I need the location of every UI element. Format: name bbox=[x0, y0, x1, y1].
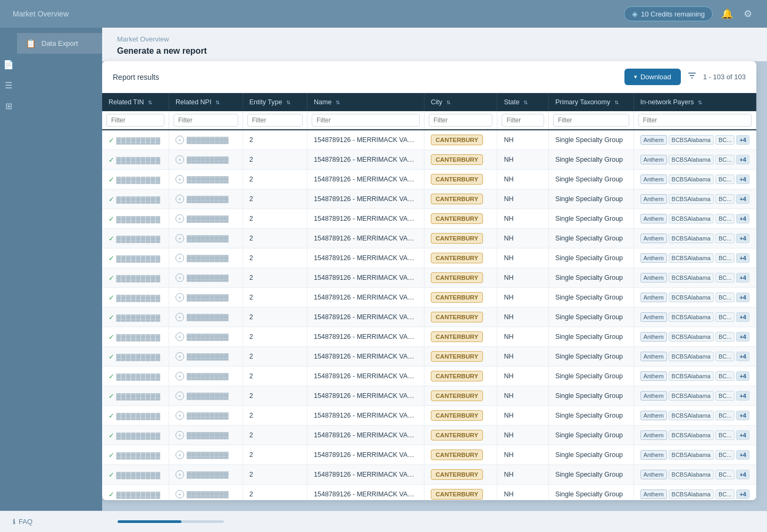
filter-npi[interactable] bbox=[173, 114, 238, 127]
sidebar-file-icon[interactable]: 📄 bbox=[3, 60, 14, 70]
payer-count-tag[interactable]: +4 bbox=[736, 234, 749, 243]
payer-count-tag[interactable]: +4 bbox=[736, 430, 749, 440]
npi-plus-icon[interactable]: + bbox=[176, 293, 184, 302]
col-city[interactable]: City ⇅ bbox=[424, 93, 497, 111]
npi-plus-icon[interactable]: + bbox=[176, 392, 184, 400]
npi-plus-icon[interactable]: + bbox=[176, 411, 184, 420]
payer-count-tag[interactable]: +4 bbox=[736, 293, 749, 302]
col-payers[interactable]: In-network Payers ⇅ bbox=[633, 93, 756, 111]
settings-button[interactable]: ⚙ bbox=[741, 6, 754, 22]
npi-plus-icon[interactable]: + bbox=[176, 451, 184, 459]
cell-state: NH bbox=[497, 485, 548, 501]
col-taxonomy[interactable]: Primary Taxonomy ⇅ bbox=[548, 93, 633, 111]
payer-count-tag[interactable]: +4 bbox=[736, 135, 749, 145]
sidebar-item-data-export[interactable]: 📋 Data Export bbox=[17, 33, 102, 54]
npi-plus-icon[interactable]: + bbox=[176, 214, 184, 223]
pagination-info: 1 - 103 of 103 bbox=[703, 73, 746, 81]
cell-tin: ✓ ▓▓▓▓▓▓▓▓▓ bbox=[102, 465, 169, 485]
payer-count-tag[interactable]: +4 bbox=[736, 253, 749, 263]
cell-npi: +▓▓▓▓▓▓▓▓▓ bbox=[169, 189, 243, 209]
col-related-tin[interactable]: Related TIN ⇅ bbox=[102, 93, 169, 111]
filter-name[interactable] bbox=[312, 114, 420, 127]
cell-taxonomy: Single Specialty Group bbox=[548, 445, 633, 465]
npi-plus-icon[interactable]: + bbox=[176, 470, 184, 479]
payer-tag: BC... bbox=[715, 214, 735, 223]
npi-plus-icon[interactable]: + bbox=[176, 136, 184, 144]
payer-count-tag[interactable]: +4 bbox=[736, 194, 749, 204]
npi-plus-icon[interactable]: + bbox=[176, 490, 184, 498]
npi-plus-icon[interactable]: + bbox=[176, 372, 184, 380]
filter-icon-button[interactable] bbox=[687, 71, 697, 83]
cell-name: 1548789126 - MERRIMACK VALLE... bbox=[307, 307, 424, 327]
col-entity-type[interactable]: Entity Type ⇅ bbox=[243, 93, 307, 111]
cell-npi: +▓▓▓▓▓▓▓▓▓ bbox=[169, 288, 243, 307]
filter-city[interactable] bbox=[429, 114, 493, 127]
credits-badge[interactable]: ◈ 10 Credits remaining bbox=[624, 6, 713, 21]
table-row: ✓ ▓▓▓▓▓▓▓▓▓+▓▓▓▓▓▓▓▓▓21548789126 - MERRI… bbox=[102, 386, 756, 406]
payer-count-tag[interactable]: +4 bbox=[736, 312, 749, 322]
payer-count-tag[interactable]: +4 bbox=[736, 371, 749, 381]
payer-count-tag[interactable]: +4 bbox=[736, 391, 749, 401]
npi-plus-icon[interactable]: + bbox=[176, 352, 184, 361]
cell-payers: AnthemBCBSAlabamaBC...+4 bbox=[633, 465, 756, 485]
npi-plus-icon[interactable]: + bbox=[176, 254, 184, 262]
filter-payers[interactable] bbox=[638, 114, 752, 127]
payer-tag: Anthem bbox=[640, 273, 667, 282]
payer-count-tag[interactable]: +4 bbox=[736, 214, 749, 223]
cell-state: NH bbox=[497, 426, 548, 445]
bell-button[interactable]: 🔔 bbox=[719, 6, 735, 22]
npi-plus-icon[interactable]: + bbox=[176, 332, 184, 341]
payer-tag: BC... bbox=[715, 312, 735, 322]
col-name[interactable]: Name ⇅ bbox=[307, 93, 424, 111]
payer-count-tag[interactable]: +4 bbox=[736, 450, 749, 460]
filter-state[interactable] bbox=[502, 114, 544, 127]
payer-tag: BCBSAlabama bbox=[669, 234, 714, 243]
progress-bar-area bbox=[118, 520, 754, 523]
cell-taxonomy: Single Specialty Group bbox=[548, 307, 633, 327]
npi-value: ▓▓▓▓▓▓▓▓▓ bbox=[187, 412, 229, 419]
npi-plus-icon[interactable]: + bbox=[176, 195, 184, 203]
table-row: ✓ ▓▓▓▓▓▓▓▓▓+▓▓▓▓▓▓▓▓▓21548789126 - MERRI… bbox=[102, 307, 756, 327]
payer-tag: Anthem bbox=[640, 430, 667, 440]
cell-name: 1548789126 - MERRIMACK VALLE... bbox=[307, 386, 424, 406]
payer-count-tag[interactable]: +4 bbox=[736, 155, 749, 164]
cell-tin: ✓ ▓▓▓▓▓▓▓▓▓ bbox=[102, 307, 169, 327]
filter-entity[interactable] bbox=[247, 114, 303, 127]
table-wrapper[interactable]: Related TIN ⇅ Related NPI ⇅ Entity Type … bbox=[102, 93, 756, 500]
col-related-npi[interactable]: Related NPI ⇅ bbox=[169, 93, 243, 111]
table-row: ✓ ▓▓▓▓▓▓▓▓▓+▓▓▓▓▓▓▓▓▓21548789126 - MERRI… bbox=[102, 445, 756, 465]
payer-count-tag[interactable]: +4 bbox=[736, 352, 749, 361]
faq-link[interactable]: ℹ FAQ bbox=[13, 518, 32, 526]
download-button[interactable]: ▾ Download bbox=[624, 69, 681, 85]
payer-tag: Anthem bbox=[640, 470, 667, 479]
check-icon: ✓ bbox=[109, 431, 114, 439]
cell-payers: AnthemBCBSAlabamaBC...+4 bbox=[633, 386, 756, 406]
npi-plus-icon[interactable]: + bbox=[176, 313, 184, 321]
payer-count-tag[interactable]: +4 bbox=[736, 489, 749, 499]
npi-plus-icon[interactable]: + bbox=[176, 273, 184, 282]
col-state[interactable]: State ⇅ bbox=[497, 93, 548, 111]
city-badge: CANTERBURY bbox=[431, 371, 483, 381]
payer-count-tag[interactable]: +4 bbox=[736, 332, 749, 342]
sidebar-list-icon[interactable]: ☰ bbox=[5, 80, 12, 90]
npi-plus-icon[interactable]: + bbox=[176, 175, 184, 184]
payer-tag: Anthem bbox=[640, 174, 667, 184]
npi-plus-icon[interactable]: + bbox=[176, 155, 184, 164]
cell-city: CANTERBURY bbox=[424, 130, 497, 150]
payer-count-tag[interactable]: +4 bbox=[736, 273, 749, 282]
npi-plus-icon[interactable]: + bbox=[176, 431, 184, 439]
filter-taxonomy[interactable] bbox=[553, 114, 629, 127]
payer-count-tag[interactable]: +4 bbox=[736, 174, 749, 184]
payer-count-tag[interactable]: +4 bbox=[736, 470, 749, 479]
filter-tin[interactable] bbox=[106, 114, 164, 127]
npi-plus-icon[interactable]: + bbox=[176, 234, 184, 243]
cell-name: 1548789126 - MERRIMACK VALLE... bbox=[307, 327, 424, 347]
cell-taxonomy: Single Specialty Group bbox=[548, 465, 633, 485]
cell-tin: ✓ ▓▓▓▓▓▓▓▓▓ bbox=[102, 327, 169, 347]
payer-tag: Anthem bbox=[640, 332, 667, 342]
cell-payers: AnthemBCBSAlabamaBC...+4 bbox=[633, 327, 756, 347]
table-row: ✓ ▓▓▓▓▓▓▓▓▓+▓▓▓▓▓▓▓▓▓21548789126 - MERRI… bbox=[102, 465, 756, 485]
payer-count-tag[interactable]: +4 bbox=[736, 411, 749, 420]
sidebar-grid-icon[interactable]: ⊞ bbox=[5, 101, 12, 111]
cell-name: 1548789126 - MERRIMACK VALLE... bbox=[307, 248, 424, 268]
